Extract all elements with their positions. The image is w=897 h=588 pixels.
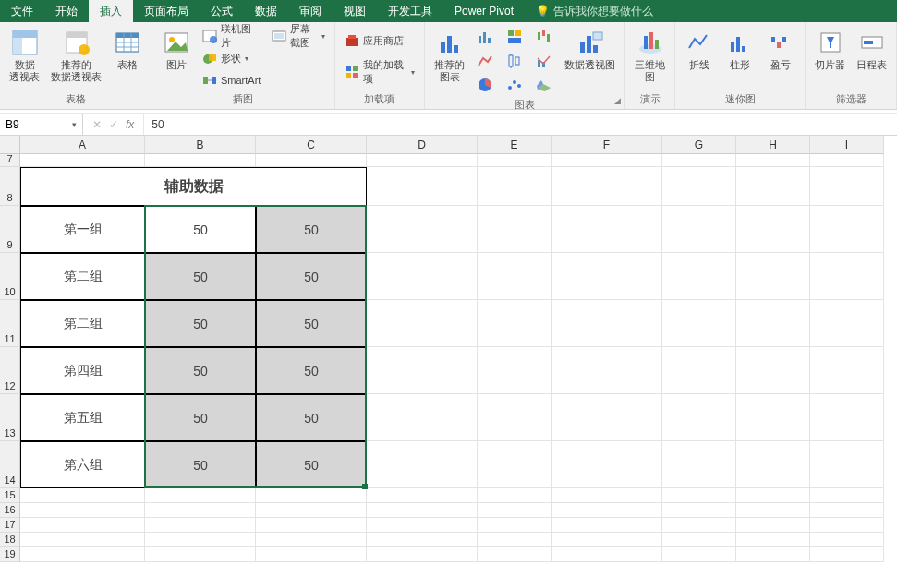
tab-view[interactable]: 视图 xyxy=(333,0,377,22)
online-pictures-button[interactable]: 联机图片 xyxy=(199,26,264,46)
row-header-9[interactable]: 9 xyxy=(0,206,20,253)
3d-map-button[interactable]: 三维地 图 xyxy=(631,26,669,85)
group-charts: 推荐的 图表 数据透视图 图表 ◢ xyxy=(425,22,625,109)
tab-home[interactable]: 开始 xyxy=(44,0,89,22)
cancel-icon[interactable]: ✕ xyxy=(92,118,102,131)
sparkline-column-button[interactable]: 柱形 xyxy=(721,26,758,73)
select-all-corner[interactable] xyxy=(0,136,20,154)
surface-chart-icon[interactable] xyxy=(531,74,557,96)
row-header-17[interactable]: 17 xyxy=(0,518,20,533)
row-header-13[interactable]: 13 xyxy=(0,394,20,441)
row-header-8[interactable]: 8 xyxy=(0,167,20,206)
row-header-7[interactable]: 7 xyxy=(0,154,20,167)
sparkline-winloss-button[interactable]: 盈亏 xyxy=(762,26,799,73)
cell[interactable]: 第二组 xyxy=(20,300,145,347)
cell[interactable]: 50 xyxy=(256,441,367,488)
cell[interactable]: 第五组 xyxy=(20,394,145,441)
cell[interactable]: 50 xyxy=(256,253,367,300)
cell[interactable]: 第四组 xyxy=(20,347,145,394)
statistic-chart-icon[interactable] xyxy=(502,50,527,72)
tab-insert[interactable]: 插入 xyxy=(89,0,133,22)
tab-powerpivot[interactable]: Power Pivot xyxy=(443,0,525,22)
col-header-B[interactable]: B xyxy=(145,136,256,154)
pivot-table-button[interactable]: 数据 透视表 xyxy=(6,26,43,85)
scatter-chart-icon[interactable] xyxy=(502,74,527,96)
cell[interactable]: 第六组 xyxy=(20,441,145,488)
cell[interactable]: 50 xyxy=(145,347,256,394)
row-header-14[interactable]: 14 xyxy=(0,441,20,488)
cells-area[interactable]: 辅助数据第一组5050第二组5050第二组5050第四组5050第五组5050第… xyxy=(20,154,897,588)
tab-formulas[interactable]: 公式 xyxy=(200,0,244,22)
slicer-button[interactable]: 切片器 xyxy=(811,26,849,73)
cell[interactable]: 50 xyxy=(145,206,256,253)
cell[interactable]: 50 xyxy=(145,253,256,300)
tab-dev[interactable]: 开发工具 xyxy=(377,0,443,22)
dialog-launcher-icon[interactable]: ◢ xyxy=(614,96,621,105)
sparkline-line-button[interactable]: 折线 xyxy=(681,26,718,73)
name-box[interactable]: ▾ xyxy=(0,114,83,135)
hierarchy-chart-icon[interactable] xyxy=(502,26,527,48)
enter-icon[interactable]: ✓ xyxy=(109,118,118,131)
my-addins-button[interactable]: 我的加载项 ▾ xyxy=(341,62,418,82)
row-header-11[interactable]: 11 xyxy=(0,300,20,347)
row-header-18[interactable]: 18 xyxy=(0,533,20,547)
cell[interactable]: 50 xyxy=(145,441,256,488)
svg-point-49 xyxy=(508,86,512,90)
name-box-input[interactable] xyxy=(6,118,52,131)
3d-map-label: 三维地 图 xyxy=(635,59,665,83)
cell[interactable]: 50 xyxy=(256,300,367,347)
col-header-E[interactable]: E xyxy=(478,136,552,154)
tab-layout[interactable]: 页面布局 xyxy=(133,0,200,22)
combo-chart-icon[interactable] xyxy=(531,50,557,72)
tab-data[interactable]: 数据 xyxy=(244,0,288,22)
row-header-19[interactable]: 19 xyxy=(0,547,20,562)
recommended-charts-button[interactable]: 推荐的 图表 xyxy=(430,26,468,85)
table-button[interactable]: 表格 xyxy=(109,26,146,73)
col-header-G[interactable]: G xyxy=(662,136,736,154)
row-header-16[interactable]: 16 xyxy=(0,503,20,518)
column-chart-icon[interactable] xyxy=(472,26,498,48)
shapes-button[interactable]: 形状 ▾ xyxy=(199,48,264,68)
tab-review[interactable]: 审阅 xyxy=(288,0,333,22)
smartart-button[interactable]: SmartArt xyxy=(199,70,264,90)
recommended-pivot-label: 推荐的 数据透视表 xyxy=(51,59,102,83)
row-header-15[interactable]: 15 xyxy=(0,488,20,503)
svg-rect-34 xyxy=(483,32,486,43)
smartart-label: SmartArt xyxy=(221,75,261,86)
timeline-button[interactable]: 日程表 xyxy=(853,26,891,73)
cell[interactable]: 50 xyxy=(256,394,367,441)
svg-rect-28 xyxy=(346,73,351,78)
lightbulb-icon: 💡 xyxy=(536,0,550,22)
cell[interactable]: 50 xyxy=(256,347,367,394)
col-header-I[interactable]: I xyxy=(810,136,884,154)
col-header-H[interactable]: H xyxy=(736,136,810,154)
col-header-C[interactable]: C xyxy=(256,136,367,154)
col-header-D[interactable]: D xyxy=(367,136,478,154)
waterfall-chart-icon[interactable] xyxy=(531,26,557,48)
cell[interactable]: 第二组 xyxy=(20,253,145,300)
cell[interactable]: 第一组 xyxy=(20,206,145,253)
pictures-button[interactable]: 图片 xyxy=(158,26,195,73)
pie-chart-icon[interactable] xyxy=(472,74,498,96)
col-header-A[interactable]: A xyxy=(20,136,145,154)
store-button[interactable]: 应用商店 xyxy=(341,30,418,51)
line-chart-icon[interactable] xyxy=(472,50,498,72)
tell-me[interactable]: 💡 告诉我你想要做什么 xyxy=(525,0,664,22)
recommended-pivot-button[interactable]: 推荐的 数据透视表 xyxy=(47,26,105,85)
cell[interactable]: 50 xyxy=(145,394,256,441)
screenshot-button[interactable]: 屏幕截图 ▾ xyxy=(268,26,328,46)
col-header-F[interactable]: F xyxy=(552,136,662,154)
worksheet[interactable]: 78910111213141516171819 ABCDEFGHI 辅助数据第一… xyxy=(0,136,897,588)
formula-input[interactable]: 50 xyxy=(144,118,897,131)
fx-icon[interactable]: fx xyxy=(126,118,134,131)
sparkline-line-icon xyxy=(685,28,714,57)
shapes-label: 形状 xyxy=(221,52,241,66)
cell[interactable]: 50 xyxy=(256,206,367,253)
table-title[interactable]: 辅助数据 xyxy=(20,167,367,206)
row-header-10[interactable]: 10 xyxy=(0,253,20,300)
pivot-chart-button[interactable]: 数据透视图 xyxy=(561,26,619,73)
row-header-12[interactable]: 12 xyxy=(0,347,20,394)
chevron-down-icon[interactable]: ▾ xyxy=(72,120,77,129)
cell[interactable]: 50 xyxy=(145,300,256,347)
tab-file[interactable]: 文件 xyxy=(0,0,44,22)
